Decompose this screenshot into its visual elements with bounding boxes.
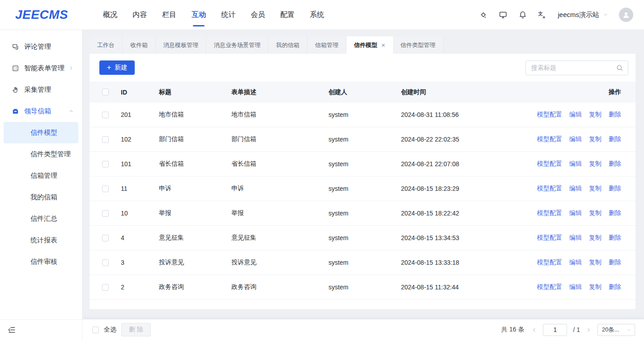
header-select-checkbox[interactable] [102,89,109,95]
row-action-model-config[interactable]: 模型配置 [537,160,562,168]
site-switcher[interactable]: jeecms演示站 [558,11,608,19]
row-id: 4 [121,234,159,241]
row-checkbox[interactable] [102,112,109,118]
row-action-copy[interactable]: 复制 [589,135,601,143]
row-action-delete[interactable]: 删除 [609,111,621,119]
row-id: 10 [121,210,159,217]
sidebar-item-0[interactable]: 评论管理 [0,36,82,57]
row-action-copy[interactable]: 复制 [589,185,601,193]
new-button[interactable]: + 新建 [99,60,135,75]
row-action-model-config[interactable]: 模型配置 [537,234,562,242]
row-action-copy[interactable]: 复制 [589,283,601,291]
row-action-copy[interactable]: 复制 [589,111,601,119]
translate-icon[interactable]: 文A [538,10,547,19]
table-row: 3投诉意见投诉意见system2024-08-15 13:33:18模型配置编辑… [90,250,635,275]
top-nav-item-1[interactable]: 内容 [132,8,148,22]
row-action-delete[interactable]: 删除 [609,283,621,291]
row-action-delete[interactable]: 删除 [609,209,621,217]
top-nav-item-5[interactable]: 会员 [250,8,266,22]
tab-label: 工作台 [97,41,115,49]
sidebar-subitem-3[interactable]: 我的信箱 [4,186,78,208]
collect-icon [12,86,19,94]
top-nav-item-0[interactable]: 概况 [102,8,118,22]
row-action-model-config[interactable]: 模型配置 [537,209,562,217]
bell-icon[interactable] [518,10,527,19]
row-action-edit[interactable]: 编辑 [569,258,582,267]
row-action-copy[interactable]: 复制 [589,258,601,267]
row-checkbox[interactable] [102,136,109,143]
row-action-edit[interactable]: 编辑 [569,283,582,291]
tab-7[interactable]: 信件类型管理 [393,36,444,54]
select-all-checkbox[interactable] [92,327,99,333]
sidebar-item-2[interactable]: 采集管理 [0,79,82,100]
row-action-copy[interactable]: 复制 [589,160,601,168]
search-input[interactable] [525,60,628,75]
row-checkbox[interactable] [102,259,109,266]
tab-6[interactable]: 信件模型× [346,36,393,54]
row-checkbox[interactable] [102,185,109,192]
sidebar-subitem-1[interactable]: 信件类型管理 [4,143,78,165]
row-action-copy[interactable]: 复制 [589,234,601,242]
avatar[interactable] [619,8,633,22]
tab-3[interactable]: 消息业务场景管理 [206,36,269,54]
top-nav-item-3[interactable]: 互动 [191,8,207,22]
sidebar-subitem-5[interactable]: 统计报表 [4,229,78,251]
row-action-delete[interactable]: 删除 [609,234,621,242]
next-page-icon[interactable] [586,327,592,333]
row-action-edit[interactable]: 编辑 [569,185,582,193]
sidebar-item-3[interactable]: 领导信箱 [0,100,82,122]
sidebar-subitem-0[interactable]: 信件模型 [4,122,78,143]
row-actions: 模型配置编辑复制删除 [537,160,621,168]
row-title: 地市信箱 [159,111,231,119]
top-nav-item-6[interactable]: 配置 [279,8,295,22]
collapse-sidebar-icon[interactable] [8,326,16,334]
row-action-delete[interactable]: 删除 [609,135,621,143]
row-action-edit[interactable]: 编辑 [569,135,582,143]
top-header: JEECMS 概况内容栏目互动统计会员配置系统 文A jeecms演示站 [0,0,644,30]
row-action-model-config[interactable]: 模型配置 [537,185,562,193]
row-action-edit[interactable]: 编辑 [569,234,582,242]
search-icon[interactable] [616,64,623,72]
mailbox-icon [12,108,19,115]
row-desc: 部门信箱 [231,135,328,143]
page-input[interactable] [543,324,567,336]
monitor-icon[interactable] [499,10,508,19]
tab-label: 消息模板管理 [163,41,198,49]
row-action-model-config[interactable]: 模型配置 [537,111,562,119]
sidebar-subitem-2[interactable]: 信箱管理 [4,165,78,186]
row-desc: 申诉 [231,185,328,193]
top-nav-item-7[interactable]: 系统 [309,8,325,22]
app-window: JEECMS 概况内容栏目互动统计会员配置系统 文A jeecms演示站 评论管… [0,0,644,340]
sidebar-subitem-6[interactable]: 信件审核 [4,251,78,272]
tab-0[interactable]: 工作台 [90,36,123,54]
row-action-edit[interactable]: 编辑 [569,209,582,217]
delete-button[interactable]: 删 除 [121,323,151,336]
clean-icon[interactable] [479,10,488,19]
sidebar-subitem-4[interactable]: 信件汇总 [4,208,78,229]
tab-5[interactable]: 信箱管理 [307,36,346,54]
row-action-delete[interactable]: 删除 [609,185,621,193]
row-checkbox[interactable] [102,210,109,217]
row-checkbox[interactable] [102,284,109,291]
top-nav-item-4[interactable]: 统计 [220,8,236,22]
row-checkbox[interactable] [102,235,109,241]
sidebar-item-1[interactable]: 智能表单管理 [0,57,82,79]
close-icon[interactable]: × [381,42,385,48]
row-action-model-config[interactable]: 模型配置 [537,258,562,267]
row-action-model-config[interactable]: 模型配置 [537,135,562,143]
tab-1[interactable]: 收件箱 [123,36,156,54]
tab-4[interactable]: 我的信箱 [269,36,307,54]
row-checkbox[interactable] [102,161,109,168]
row-created: 2024-08-22 22:02:35 [401,136,537,143]
top-nav-item-2[interactable]: 栏目 [161,8,177,22]
row-action-edit[interactable]: 编辑 [569,160,582,168]
row-action-delete[interactable]: 删除 [609,258,621,267]
row-action-copy[interactable]: 复制 [589,209,601,217]
row-action-model-config[interactable]: 模型配置 [537,283,562,291]
logo: JEECMS [15,8,68,22]
row-action-edit[interactable]: 编辑 [569,111,582,119]
page-size-select[interactable]: 20条... [597,324,635,336]
tab-2[interactable]: 消息模板管理 [156,36,206,54]
prev-page-icon[interactable] [531,327,537,333]
row-action-delete[interactable]: 删除 [609,160,621,168]
